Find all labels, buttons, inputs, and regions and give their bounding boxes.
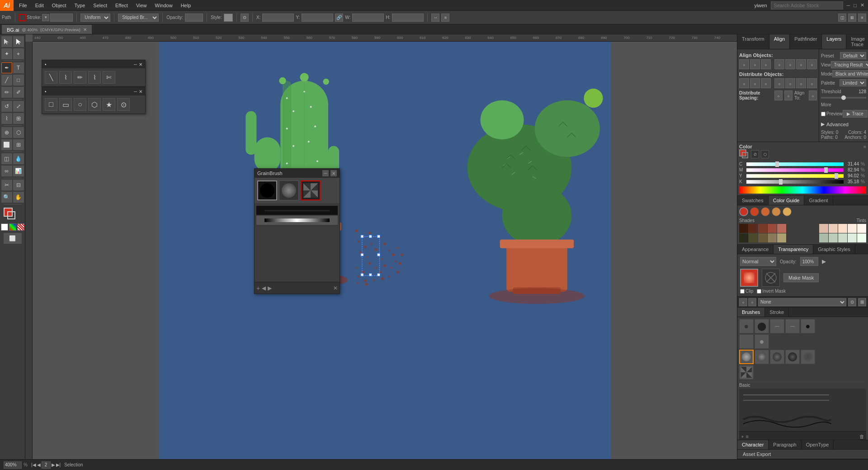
make-mask-btn[interactable]: Make Mask xyxy=(783,273,819,282)
menu-file[interactable]: File xyxy=(15,2,31,9)
it-mode-select[interactable]: Black and White xyxy=(832,70,868,77)
bottom-icon-4[interactable]: ⊞ xyxy=(858,298,866,306)
tab-gradient[interactable]: Gradient xyxy=(804,196,833,205)
change-screen-btn[interactable]: ⬜ xyxy=(4,233,22,244)
tint-9[interactable] xyxy=(848,233,857,242)
it-threshold-slider[interactable] xyxy=(821,97,866,99)
brush-filled-dot[interactable]: ⬤ xyxy=(755,319,769,333)
tab-swatches[interactable]: Swatches xyxy=(737,196,769,205)
brush-grain-4[interactable] xyxy=(801,350,815,364)
menu-type[interactable]: Type xyxy=(71,2,89,9)
warp-tool[interactable]: ⌇ xyxy=(1,113,12,124)
opacity-expand[interactable]: ▶ xyxy=(822,258,826,265)
y-slider[interactable] xyxy=(746,174,844,178)
magic-wand-tool[interactable]: ✦ xyxy=(1,48,12,59)
grain-brush-titlebar[interactable]: GrainBrush ─ ✕ xyxy=(255,169,340,178)
align-center-h[interactable]: ⬦ xyxy=(750,59,760,69)
pattern-swatch[interactable] xyxy=(17,223,24,231)
screen-mode-btn[interactable]: ⬜ xyxy=(4,233,22,244)
brush-selected[interactable] xyxy=(739,350,754,364)
brush-grain-3[interactable] xyxy=(785,350,800,364)
shade-9[interactable] xyxy=(768,233,777,242)
page-last[interactable]: ▶| xyxy=(56,462,61,467)
grain-brush-list[interactable] xyxy=(255,228,340,282)
stroke-mode-select[interactable]: Uniform xyxy=(80,14,110,22)
lasso-tool[interactable]: ⌖ xyxy=(13,48,24,59)
it-trace-btn[interactable]: ▶ Trace xyxy=(843,110,868,118)
transform-btn[interactable]: ↔ xyxy=(431,14,439,22)
hand-tool[interactable]: ✋ xyxy=(13,192,24,203)
shade-10[interactable] xyxy=(777,233,786,242)
it-palette-select[interactable]: Limited xyxy=(840,79,866,86)
minimize-btn[interactable]: ─ xyxy=(847,3,850,8)
align-left[interactable]: ⬦ xyxy=(739,59,749,69)
menu-object[interactable]: Object xyxy=(48,2,70,9)
grain-next-btn[interactable]: ▶ xyxy=(268,285,272,291)
y-input[interactable]: 568.5 px xyxy=(302,14,333,22)
live-paint[interactable]: ⬡ xyxy=(13,127,24,138)
mask-preview-thumb[interactable] xyxy=(740,269,758,287)
color-gradient-bar[interactable] xyxy=(739,186,866,194)
c-slider[interactable] xyxy=(746,162,844,166)
menu-view[interactable]: View xyxy=(132,2,151,9)
color-panel-menu[interactable]: ≡ xyxy=(863,144,866,149)
canvas-content[interactable]: • ─ ✕ ╲ ⌇ ✏ ⌇ ✄ • ─ xyxy=(33,42,737,459)
grain-minimize-btn[interactable]: ─ xyxy=(322,170,329,176)
it-preview-check[interactable] xyxy=(821,112,826,116)
tab-transparency[interactable]: Transparency xyxy=(774,245,813,254)
align-to-btn[interactable]: ⬦ xyxy=(809,90,817,100)
shape-builder[interactable]: ⊕ xyxy=(1,127,12,138)
page-next[interactable]: ▶ xyxy=(52,462,55,467)
bottom-none-select[interactable]: None xyxy=(758,298,846,306)
tab-transform[interactable]: Transform xyxy=(737,34,769,49)
grain-swatch-soft[interactable] xyxy=(279,180,299,200)
stroke-swatch-tb[interactable] xyxy=(7,211,15,219)
stroke-color-swatch[interactable] xyxy=(19,14,26,21)
brush-light-dot[interactable]: ● xyxy=(755,334,769,349)
perspective-tool[interactable]: ⬜ xyxy=(1,139,12,150)
spectrum-btn[interactable]: ⬡ xyxy=(761,150,769,158)
tab-graphic-styles[interactable]: Graphic Styles xyxy=(813,245,855,254)
eraser-tool[interactable]: ⊟ xyxy=(13,180,24,190)
clip-check[interactable] xyxy=(740,289,745,294)
close-btn[interactable]: ✕ xyxy=(860,2,864,8)
mask-slot[interactable] xyxy=(762,269,780,287)
h-input[interactable]: 20.499 px xyxy=(392,14,424,22)
brush-dash-2[interactable]: ─ xyxy=(785,319,800,333)
invert-mask-label[interactable]: Invert Mask xyxy=(757,289,786,294)
zoom-tool[interactable]: 🔍 xyxy=(1,192,12,203)
brush-black-dot[interactable]: ● xyxy=(739,319,754,333)
color-circle-2[interactable] xyxy=(750,207,759,216)
brushes-add-btn[interactable]: + xyxy=(741,434,744,439)
none-color-btn[interactable]: ∅ xyxy=(751,150,759,158)
doc-tab[interactable]: BG.ai @ 400% (CMYK/GPU Preview) ✕ xyxy=(2,25,92,34)
opacity-input[interactable]: 100% xyxy=(185,14,203,22)
dist-spacing-v[interactable]: ⬦ xyxy=(784,90,793,100)
stock-search[interactable] xyxy=(771,1,843,9)
rect-tool[interactable]: □ xyxy=(13,75,24,85)
free-transform[interactable]: ⊞ xyxy=(13,113,24,124)
pen-tool[interactable]: ✒ xyxy=(1,62,12,73)
shade-8[interactable] xyxy=(758,233,767,242)
page-prev[interactable]: ◀ xyxy=(37,462,41,467)
visibility-btn[interactable]: ⊙ xyxy=(241,14,249,22)
gradient-swatch[interactable] xyxy=(9,223,16,231)
shade-3[interactable] xyxy=(758,224,767,233)
dist-more[interactable]: ⬦ xyxy=(807,78,817,88)
tab-color-guide[interactable]: Color Guide xyxy=(769,196,805,205)
color-circle-1[interactable] xyxy=(739,207,748,216)
grain-swatch-black[interactable] xyxy=(257,180,277,200)
shade-7[interactable] xyxy=(749,233,758,242)
shade-5[interactable] xyxy=(777,224,786,233)
grain-swatch-grain[interactable] xyxy=(301,180,321,200)
menu-effect[interactable]: Effect xyxy=(112,2,132,9)
pin-panel-btn[interactable]: ⊞ xyxy=(848,14,856,22)
dist-left[interactable]: ⬦ xyxy=(739,78,749,88)
menu-help[interactable]: Help xyxy=(177,2,195,9)
brush-grain-2[interactable] xyxy=(770,350,784,364)
bottom-icon-1[interactable]: ⬦ xyxy=(739,298,747,306)
tab-stroke[interactable]: Stroke xyxy=(765,308,789,317)
more-panel-btn[interactable]: ≡ xyxy=(858,14,866,22)
stroke-value[interactable]: 0.25 pt xyxy=(50,14,73,22)
canvas-area[interactable]: 440 450 460 470 480 490 500 510 520 530 … xyxy=(25,34,737,459)
